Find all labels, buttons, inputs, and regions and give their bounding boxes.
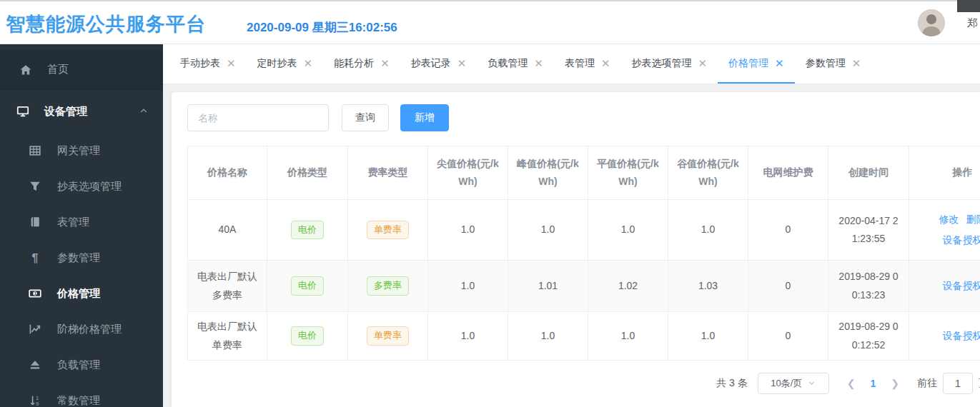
- rate-type-tag: 多费率: [367, 276, 409, 295]
- close-icon[interactable]: ✕: [457, 58, 467, 69]
- tab-label: 价格管理: [728, 57, 768, 70]
- table-header-row: 价格名称价格类型费率类型尖值价格(元/kWh)峰值价格(元/kWh)平值价格(元…: [188, 146, 980, 200]
- sidebar-item-label: 常数管理: [57, 394, 100, 407]
- sidebar-item-表管理[interactable]: 表管理: [0, 204, 163, 240]
- price-type-tag: 电价: [291, 326, 324, 345]
- column-header: 价格名称: [188, 146, 267, 200]
- column-header: 创建时间: [828, 146, 909, 200]
- cell-peak-price: 1.0: [508, 200, 588, 261]
- close-icon[interactable]: ✕: [852, 58, 861, 69]
- tab-label: 手动抄表: [180, 57, 220, 70]
- action-link-修改[interactable]: 修改: [939, 213, 959, 225]
- cell-flat-price: 1.02: [588, 261, 668, 312]
- chevron-up-icon: [139, 106, 149, 118]
- cell-price-name: 40A: [188, 200, 267, 261]
- tab-价格管理[interactable]: 价格管理 ✕: [718, 44, 795, 84]
- action-link-删除[interactable]: 删除: [966, 213, 980, 225]
- cell-created: 2019-08-29 00:13:23: [828, 261, 909, 312]
- money-icon: 1: [29, 287, 41, 300]
- sidebar-item-label: 负载管理: [57, 358, 100, 372]
- close-icon[interactable]: ✕: [227, 58, 236, 69]
- sidebar-item-label: 阶梯价格管理: [57, 323, 122, 336]
- search-input[interactable]: [187, 104, 329, 131]
- close-icon[interactable]: ✕: [601, 58, 610, 69]
- rate-type-tag: 单费率: [367, 326, 409, 345]
- header-datetime: 2020-09-09 星期三16:02:56: [247, 19, 397, 36]
- tab-表管理[interactable]: 表管理 ✕: [554, 44, 621, 84]
- close-icon[interactable]: ✕: [775, 58, 784, 69]
- sidebar-item-label: 抄表选项管理: [57, 180, 122, 194]
- column-header: 操作: [909, 146, 980, 200]
- tab-label: 抄表记录: [411, 57, 451, 70]
- page-size-select[interactable]: 10条/页: [758, 373, 829, 394]
- sidebar-item-home[interactable]: 首页: [0, 50, 163, 90]
- avatar[interactable]: [918, 9, 945, 36]
- sidebar-item-label: 参数管理: [57, 251, 100, 265]
- header-username[interactable]: 郑: [967, 16, 978, 30]
- eject-icon: [29, 358, 41, 371]
- cell-actions: 设备授权: [909, 312, 980, 361]
- sidebar-item-label: 首页: [47, 63, 69, 76]
- action-link-设备授权[interactable]: 设备授权: [943, 330, 980, 341]
- action-link-设备授权[interactable]: 设备授权: [943, 234, 980, 246]
- cell-grid-fee: 0: [748, 312, 828, 361]
- add-button[interactable]: 新增: [400, 104, 449, 131]
- top-header: 智慧能源公共服务平台 2020-09-09 星期三16:02:56 郑: [0, 0, 980, 44]
- tab-定时抄表[interactable]: 定时抄表 ✕: [247, 44, 324, 84]
- sidebar-item-label: 网关管理: [57, 144, 100, 158]
- cell-flat-price: 1.0: [588, 200, 668, 261]
- sidebar-item-label: 表管理: [57, 216, 89, 229]
- sort-numeric-icon: 19: [29, 394, 41, 407]
- goto-page-input[interactable]: [943, 373, 973, 394]
- cell-sharp-price: 1.0: [428, 200, 508, 261]
- home-icon: [19, 64, 32, 76]
- price-type-tag: 电价: [291, 276, 324, 295]
- action-link-设备授权[interactable]: 设备授权: [943, 280, 980, 291]
- column-header: 峰值价格(元/kWh): [508, 146, 588, 200]
- close-icon[interactable]: ✕: [534, 58, 543, 69]
- sidebar-item-参数管理[interactable]: ¶ 参数管理: [0, 240, 163, 276]
- trend-chart-icon: [29, 323, 41, 336]
- close-icon[interactable]: ✕: [380, 58, 390, 69]
- prev-page-icon[interactable]: ❮: [838, 378, 865, 389]
- tab-手动抄表[interactable]: 手动抄表 ✕: [169, 44, 247, 84]
- cell-price-name: 电表出厂默认多费率: [188, 261, 267, 312]
- cell-sharp-price: 1.0: [428, 312, 508, 361]
- tab-抄表记录[interactable]: 抄表记录 ✕: [400, 44, 477, 84]
- close-icon[interactable]: ✕: [304, 58, 313, 69]
- tab-label: 负载管理: [487, 57, 528, 70]
- column-header: 电网维护费: [748, 146, 828, 200]
- monitor-icon: [16, 105, 29, 118]
- sidebar-item-抄表选项管理[interactable]: 抄表选项管理: [0, 169, 163, 204]
- sidebar-item-负载管理[interactable]: 负载管理: [0, 347, 163, 383]
- tab-bar: 手动抄表 ✕ 定时抄表 ✕ 能耗分析 ✕ 抄表记录 ✕ 负载管理 ✕ 表管理 ✕…: [163, 44, 980, 84]
- tab-label: 能耗分析: [334, 57, 374, 70]
- sidebar-group-label: 设备管理: [44, 105, 87, 119]
- close-icon[interactable]: ✕: [698, 58, 707, 69]
- tab-能耗分析[interactable]: 能耗分析 ✕: [323, 44, 400, 84]
- rate-type-tag: 单费率: [367, 221, 409, 239]
- sidebar-group-device-management[interactable]: 设备管理: [0, 90, 163, 133]
- next-page-icon[interactable]: ❯: [881, 378, 909, 389]
- tab-抄表选项管理[interactable]: 抄表选项管理 ✕: [620, 44, 718, 84]
- content-panel: 查询 新增 价格名称价格类型费率类型尖值价格(元/kWh)峰值价格(元/kWh)…: [172, 92, 980, 407]
- tab-负载管理[interactable]: 负载管理 ✕: [477, 44, 554, 84]
- query-button[interactable]: 查询: [342, 104, 389, 131]
- page-title: 智慧能源公共服务平台: [6, 11, 206, 37]
- column-header: 平值价格(元/kWh): [588, 146, 668, 200]
- cell-peak-price: 1.01: [508, 261, 588, 312]
- column-header: 谷值价格(元/kWh): [668, 146, 748, 200]
- sidebar-item-常数管理[interactable]: 19 常数管理: [0, 383, 163, 407]
- cell-actions: 设备授权: [909, 261, 980, 312]
- sidebar-item-阶梯价格管理[interactable]: 阶梯价格管理: [0, 311, 163, 347]
- sidebar: 首页 设备管理 网关管理 抄表选项管理 表管理 ¶ 参数管理 1 价格管理 阶梯…: [0, 44, 163, 407]
- cell-valley-price: 1.0: [668, 312, 748, 361]
- sidebar-item-网关管理[interactable]: 网关管理: [0, 133, 163, 169]
- table-row: 电表出厂默认多费率 电价 多费率 1.0 1.01 1.02 1.03 0 20…: [188, 261, 980, 312]
- sidebar-item-价格管理[interactable]: 1 价格管理: [0, 276, 163, 311]
- tab-参数管理[interactable]: 参数管理 ✕: [795, 44, 872, 84]
- tab-label: 抄表选项管理: [631, 57, 691, 70]
- page-number[interactable]: 1: [864, 378, 881, 389]
- pagination: 共 3 条 10条/页 ❮ 1 ❯ 前往 页: [187, 373, 980, 394]
- cell-sharp-price: 1.0: [428, 261, 508, 312]
